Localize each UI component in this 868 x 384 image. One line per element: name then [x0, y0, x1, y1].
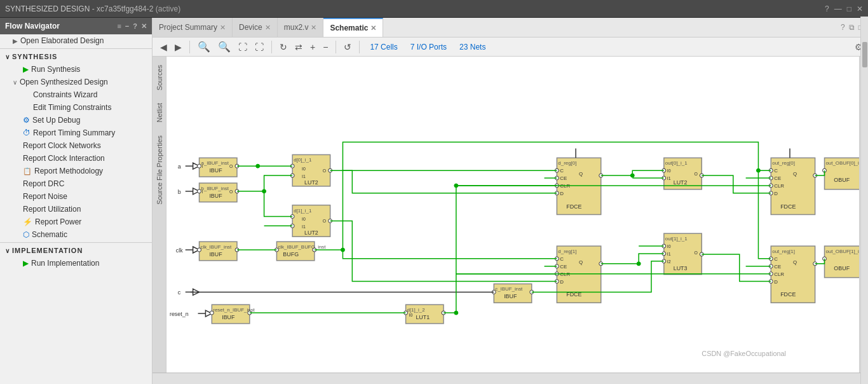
- svg-point-162: [454, 311, 458, 315]
- svg-text:C: C: [774, 168, 778, 174]
- svg-text:Q: Q: [793, 171, 797, 177]
- svg-text:FDCE: FDCE: [566, 203, 581, 210]
- nav-question-icon[interactable]: ?: [133, 22, 137, 31]
- svg-text:D: D: [774, 191, 778, 196]
- nav-item-report-timing[interactable]: ⏱ Report Timing Summary: [0, 127, 152, 139]
- nav-item-open-synth[interactable]: ∨ Open Synthesized Design: [0, 76, 152, 88]
- svg-text:clk_IBUF_BUFG_inst: clk_IBUF_BUFG_inst: [278, 244, 326, 250]
- nav-item-schematic[interactable]: ⬡ Schematic: [0, 228, 152, 241]
- content-area: Sources Netlist Source File Properties .…: [153, 57, 868, 373]
- svg-text:I2: I2: [667, 259, 671, 264]
- schematic-toolbar: ◀ ▶ 🔍 🔍 ⛶ ⛶ ↻ ⇄ + − ↺ 17 Cells 7 I/O Por…: [153, 38, 868, 57]
- tab-close-icon[interactable]: ✕: [265, 24, 271, 32]
- nav-item-setup-debug[interactable]: ⚙ Set Up Debug: [0, 114, 152, 127]
- tab-device[interactable]: Device ✕: [233, 18, 278, 37]
- svg-text:C: C: [774, 256, 778, 262]
- nav-label: Report Clock Interaction: [23, 154, 105, 163]
- svg-text:out_OBUF[0]_inst: out_OBUF[0]_inst: [825, 160, 859, 166]
- nav-item-run-implementation[interactable]: ▶ Run Implementation: [0, 257, 152, 270]
- power-icon: ⚡: [23, 217, 32, 226]
- svg-point-158: [341, 248, 344, 252]
- minimize-icon[interactable]: —: [834, 4, 842, 13]
- side-tabs: Sources Netlist Source File Properties: [153, 57, 166, 373]
- tab-close-icon[interactable]: ✕: [370, 24, 376, 32]
- svg-text:d_reg[1]: d_reg[1]: [558, 249, 576, 254]
- nav-label: Report Methodology: [34, 167, 103, 175]
- refresh-button[interactable]: ↺: [341, 41, 354, 53]
- svg-point-160: [630, 174, 634, 177]
- io-ports-stat[interactable]: 7 I/O Ports: [410, 43, 447, 51]
- zoom-out-button[interactable]: 🔍: [195, 39, 213, 54]
- nav-minus-icon[interactable]: −: [125, 22, 129, 31]
- zoom-in-button[interactable]: 🔍: [215, 39, 233, 54]
- nav-item-report-methodology[interactable]: 📋 Report Methodology: [0, 165, 152, 177]
- separator2: [271, 41, 272, 53]
- nav-label: Run Synthesis: [31, 65, 80, 74]
- full-fit-button[interactable]: ⛶: [252, 41, 266, 53]
- flow-nav-header-icons: ≡ − ? ✕: [117, 22, 147, 31]
- svg-text:c: c: [178, 289, 181, 296]
- tab-schematic[interactable]: Schematic ✕: [323, 18, 383, 37]
- cells-stat[interactable]: 17 Cells: [370, 43, 397, 51]
- nets-stat[interactable]: 23 Nets: [459, 43, 485, 51]
- svg-text:CE: CE: [560, 175, 567, 181]
- rotate-button[interactable]: ↻: [277, 41, 290, 53]
- nav-label: Constraints Wizard: [33, 90, 97, 99]
- forward-button[interactable]: ▶: [172, 41, 184, 53]
- tab-mux2v[interactable]: mux2.v ✕: [278, 18, 324, 37]
- nav-item-report-noise[interactable]: Report Noise: [0, 190, 152, 203]
- section-arrow: ∨: [5, 247, 10, 254]
- run-impl-icon: ▶: [23, 259, 29, 268]
- nav-label: Report DRC: [23, 179, 64, 188]
- tab-label: mux2.v: [284, 23, 309, 32]
- nav-close-icon[interactable]: ✕: [141, 22, 147, 31]
- help-icon[interactable]: ?: [825, 4, 829, 13]
- nav-section-implementation[interactable]: ∨ IMPLEMENTATION: [0, 244, 152, 257]
- nav-item-run-synthesis[interactable]: ▶ Run Synthesis: [0, 63, 152, 76]
- back-button[interactable]: ◀: [158, 41, 170, 53]
- svg-text:IBUF: IBUF: [209, 193, 222, 199]
- svg-text:I0: I0: [302, 167, 306, 171]
- tabs-help-icon[interactable]: ?: [841, 23, 845, 32]
- svg-text:c_IBUF_inst: c_IBUF_inst: [495, 286, 523, 292]
- svg-text:I1: I1: [667, 252, 671, 256]
- flip-button[interactable]: ⇄: [292, 41, 305, 53]
- tab-close-icon[interactable]: ✕: [311, 24, 316, 32]
- side-tab-netlist[interactable]: Netlist: [153, 97, 166, 128]
- tab-label: Device: [239, 23, 262, 32]
- side-tab-properties[interactable]: Source File Properties: [153, 130, 166, 210]
- nav-item-report-clock-networks[interactable]: Report Clock Networks: [0, 139, 152, 152]
- side-tab-sources[interactable]: Sources: [153, 59, 166, 96]
- nav-item-report-drc[interactable]: Report DRC: [0, 177, 152, 190]
- svg-text:LUT1: LUT1: [416, 314, 430, 320]
- svg-text:O: O: [694, 172, 698, 176]
- nav-item-edit-timing[interactable]: Edit Timing Constraints: [0, 101, 152, 114]
- tab-project-summary[interactable]: Project Summary ✕: [153, 18, 233, 37]
- arrow-icon: ▶: [13, 38, 18, 45]
- svg-text:FDCE: FDCE: [780, 291, 796, 298]
- svg-text:OBUF: OBUF: [834, 177, 850, 183]
- nav-item-open-elaborated[interactable]: ▶ Open Elaborated Design: [0, 34, 152, 47]
- svg-text:D: D: [560, 191, 564, 196]
- fit-button[interactable]: ⛶: [236, 41, 250, 53]
- nav-item-constraints-wizard[interactable]: Constraints Wizard: [0, 88, 152, 101]
- flow-nav-content: ▶ Open Elaborated Design ∨ SYNTHESIS ▶ R…: [0, 34, 152, 384]
- nav-item-report-clock-interaction[interactable]: Report Clock Interaction: [0, 152, 152, 165]
- pin-icon[interactable]: ≡: [117, 22, 121, 31]
- svg-text:out[0]_i_1: out[0]_i_1: [665, 160, 688, 166]
- nav-item-report-power[interactable]: ⚡ Report Power: [0, 216, 152, 228]
- minus-button[interactable]: −: [320, 41, 330, 53]
- svg-text:I: I: [201, 189, 203, 194]
- maximize-icon[interactable]: □: [847, 4, 851, 13]
- close-icon[interactable]: ✕: [857, 4, 863, 13]
- svg-point-161: [637, 262, 641, 266]
- add-button[interactable]: +: [308, 41, 318, 53]
- svg-text:D: D: [560, 279, 564, 285]
- tab-close-icon[interactable]: ✕: [220, 24, 226, 32]
- tabs-restore-icon[interactable]: ⧉: [849, 23, 855, 32]
- nav-item-report-utilization[interactable]: Report Utilization: [0, 203, 152, 216]
- flow-nav-title: Flow Navigator: [5, 22, 60, 31]
- nav-section-synthesis[interactable]: ∨ SYNTHESIS: [0, 50, 152, 63]
- svg-point-13: [198, 164, 201, 168]
- debug-icon: ⚙: [23, 116, 30, 125]
